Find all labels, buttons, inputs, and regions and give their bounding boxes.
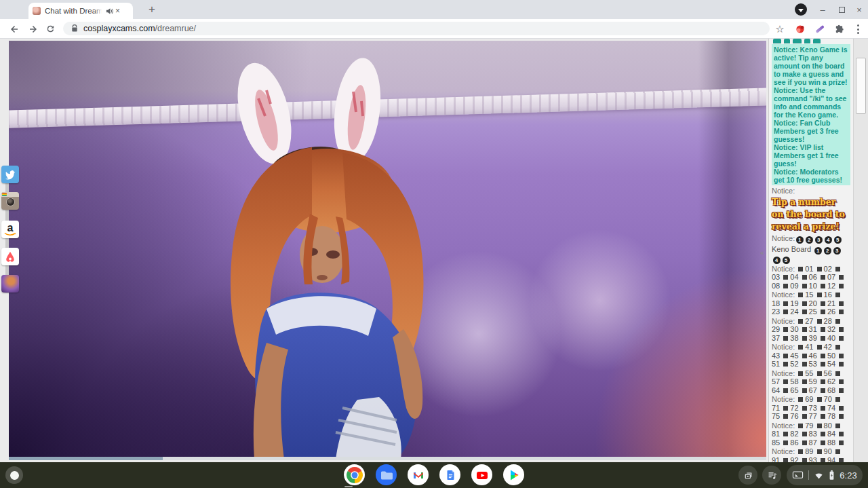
bookmark-star-button[interactable]: ☆ bbox=[773, 22, 787, 36]
chevron-down-icon bbox=[798, 9, 804, 12]
horizontal-scrollbar-thumb[interactable] bbox=[9, 457, 163, 460]
photo-link-icon[interactable] bbox=[1, 275, 19, 293]
keno-board-row: Notice:79 80 81 82 83 84 85 86 87 88 bbox=[772, 421, 850, 447]
amazon-icon[interactable]: a bbox=[1, 221, 19, 238]
chat-scrollbar[interactable] bbox=[853, 39, 868, 462]
notice-circled-numbers: Notice:12345 bbox=[772, 234, 850, 244]
tab-title: Chat with Dreamrue in a Live bbox=[45, 6, 104, 16]
clock: 6:23 bbox=[840, 470, 856, 481]
active-app-indicator bbox=[344, 486, 353, 487]
docs-app-icon[interactable] bbox=[439, 464, 460, 485]
keno-notice: Notice: Fan Club Members get 3 free gues… bbox=[774, 119, 848, 143]
status-tray[interactable]: 6:23 bbox=[787, 465, 863, 485]
keno-notice-box: Notice: Keno Game is active! Tip any amo… bbox=[772, 44, 850, 185]
keno-notice: Notice: Use the command "/ki" to see inf… bbox=[774, 86, 848, 119]
new-tab-button[interactable]: + bbox=[144, 2, 160, 17]
tray-divider bbox=[808, 470, 809, 480]
url-text: cosplayxcams.com/dreamrue/ bbox=[83, 24, 196, 33]
browser-menu-button[interactable] bbox=[851, 22, 865, 36]
media-controls-button[interactable] bbox=[795, 3, 807, 16]
extension-red-icon[interactable] bbox=[793, 22, 807, 36]
keno-board-row: Notice:41 42 43 45 46 50 51 52 53 54 bbox=[772, 343, 850, 369]
chat-panel: Notice: Keno Game is active! Tip any amo… bbox=[768, 39, 868, 462]
tab-audio-icon[interactable] bbox=[106, 7, 113, 15]
restore-button[interactable] bbox=[833, 0, 850, 19]
keno-board-row: Notice:69 70 71 72 73 74 75 76 77 78 bbox=[772, 395, 850, 421]
wifi-icon bbox=[814, 471, 824, 480]
reload-button[interactable] bbox=[45, 23, 56, 35]
restore-icon bbox=[839, 7, 845, 13]
tab-strip: Chat with Dreamrue in a Live × + – × bbox=[0, 0, 868, 19]
tab-close-icon[interactable]: × bbox=[115, 7, 120, 15]
lock-icon bbox=[71, 24, 78, 33]
launcher-button[interactable] bbox=[5, 466, 23, 484]
close-window-button[interactable]: × bbox=[850, 0, 868, 19]
live-cam-video[interactable] bbox=[9, 41, 766, 459]
keno-notice: Notice: VIP list Members get 1 free gues… bbox=[774, 143, 848, 168]
keno-board-row: Notice:01 02 03 04 06 07 08 09 10 12 bbox=[772, 265, 850, 290]
media-playlist-button[interactable] bbox=[762, 466, 781, 485]
keno-board-circled-numbers: Keno Board 12345 bbox=[772, 245, 850, 264]
launcher-icon bbox=[10, 471, 19, 480]
twitter-icon[interactable] bbox=[1, 166, 19, 183]
battery-icon bbox=[829, 470, 835, 481]
screen-share-icon bbox=[792, 470, 804, 480]
address-bar[interactable]: cosplayxcams.com/dreamrue/ bbox=[63, 22, 770, 35]
keno-number-board: Notice:01 02 03 04 06 07 08 09 10 12 Not… bbox=[772, 265, 850, 463]
airbnb-icon[interactable] bbox=[1, 248, 19, 265]
keno-board-row: Notice:89 90 91 92 93 94 95 96 97 99 bbox=[772, 447, 850, 462]
shelf-apps bbox=[344, 464, 524, 485]
youtube-app-icon[interactable] bbox=[471, 464, 492, 485]
back-button[interactable] bbox=[8, 23, 20, 35]
play-store-app-icon[interactable] bbox=[503, 464, 524, 485]
minimize-button[interactable]: – bbox=[814, 0, 831, 19]
chrome-app-icon[interactable] bbox=[344, 464, 365, 485]
keno-board-row: Notice:55 56 57 58 59 62 64 65 67 68 bbox=[772, 369, 850, 395]
keno-board-row: Notice:15 16 18 19 20 21 23 24 25 26 bbox=[772, 290, 850, 316]
page-content: a « Notice: Keno Game is active! Tip any… bbox=[0, 39, 868, 462]
gmail-app-icon[interactable] bbox=[408, 464, 429, 485]
notice-label: Notice: bbox=[772, 187, 850, 195]
tab-favicon bbox=[33, 7, 41, 15]
extension-pen-icon[interactable] bbox=[813, 22, 827, 36]
performer-figure bbox=[165, 58, 545, 459]
horizontal-scrollbar[interactable] bbox=[9, 457, 766, 460]
extensions-puzzle-icon[interactable] bbox=[832, 22, 846, 36]
keno-notice: Notice: Keno Game is active! Tip any amo… bbox=[774, 45, 848, 86]
browser-toolbar: cosplayxcams.com/dreamrue/ ☆ bbox=[0, 19, 868, 39]
keno-board-row: Notice:27 28 29 30 31 32 37 38 39 40 bbox=[772, 317, 850, 343]
instagram-icon[interactable] bbox=[1, 192, 19, 210]
tip-banner-text: Tip a number on the board to reveal a pr… bbox=[772, 196, 850, 233]
forward-button[interactable] bbox=[27, 23, 39, 35]
browser-tab[interactable]: Chat with Dreamrue in a Live × bbox=[28, 3, 133, 19]
chat-collapse-handle[interactable]: « bbox=[760, 249, 764, 257]
chat-scrollbar-thumb[interactable] bbox=[856, 58, 866, 114]
clipped-message-fragment bbox=[772, 39, 850, 43]
keno-notice: Notice: Moderators get 10 free guesses! bbox=[774, 168, 848, 184]
files-app-icon[interactable] bbox=[376, 464, 397, 485]
desks-button[interactable] bbox=[738, 466, 757, 485]
